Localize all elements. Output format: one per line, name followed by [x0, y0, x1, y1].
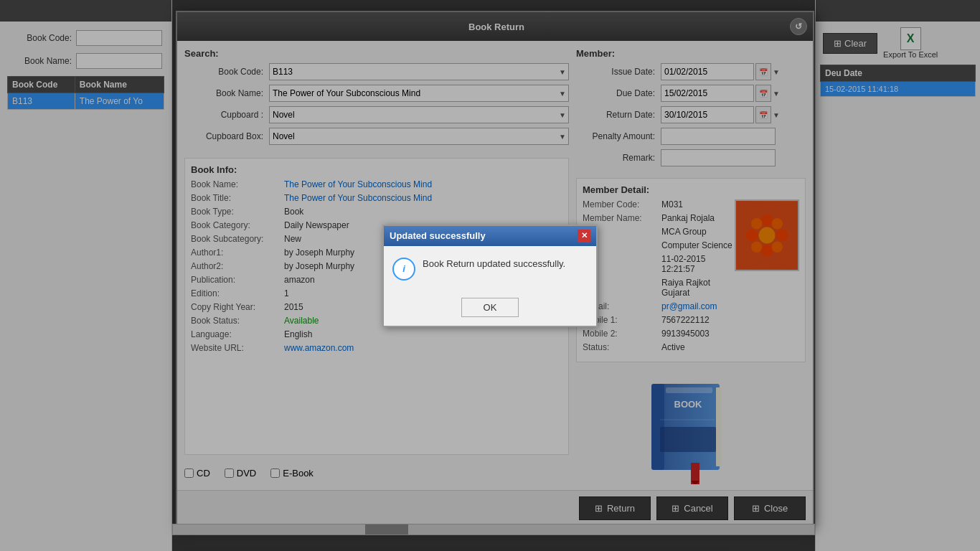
modal-footer: OK	[384, 292, 596, 326]
modal-ok-button[interactable]: OK	[461, 298, 519, 317]
modal-close-button[interactable]: ✕	[578, 230, 590, 242]
modal-titlebar: Updated successfully ✕	[384, 226, 596, 246]
modal-overlay: Updated successfully ✕ i Book Return upd…	[0, 0, 980, 551]
modal-icon-text: i	[402, 263, 405, 274]
modal-message: Book Return updated successfully.	[423, 258, 588, 270]
modal-title: Updated successfully	[390, 230, 486, 241]
success-modal: Updated successfully ✕ i Book Return upd…	[382, 225, 598, 327]
modal-info-icon: i	[392, 258, 415, 281]
modal-body: i Book Return updated successfully.	[384, 246, 596, 292]
